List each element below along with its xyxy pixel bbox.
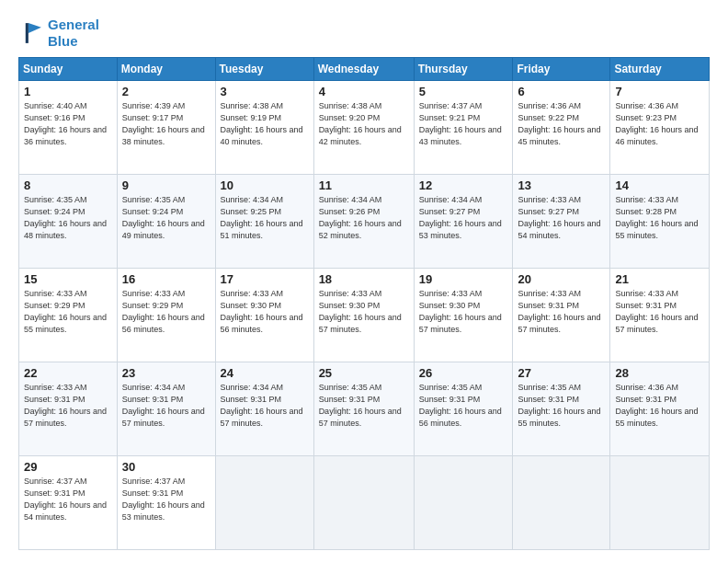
logo-icon [18,20,44,46]
day-detail: Sunrise: 4:36 AM Sunset: 9:31 PM Dayligh… [615,382,704,430]
day-detail: Sunrise: 4:35 AM Sunset: 9:31 PM Dayligh… [518,382,605,430]
day-number: 28 [615,366,704,380]
day-number: 22 [24,366,112,380]
calendar-cell: 28 Sunrise: 4:36 AM Sunset: 9:31 PM Dayl… [610,362,710,456]
calendar-cell: 8 Sunrise: 4:35 AM Sunset: 9:24 PM Dayli… [19,175,118,269]
day-detail: Sunrise: 4:37 AM Sunset: 9:21 PM Dayligh… [419,100,508,148]
calendar-cell: 23 Sunrise: 4:34 AM Sunset: 9:31 PM Dayl… [117,362,215,456]
day-number: 2 [122,85,210,98]
logo-text: General Blue [48,17,99,50]
calendar-cell: 16 Sunrise: 4:33 AM Sunset: 9:29 PM Dayl… [117,269,215,362]
weekday-header-thursday: Thursday [414,58,513,81]
day-detail: Sunrise: 4:33 AM Sunset: 9:31 PM Dayligh… [615,288,704,336]
day-detail: Sunrise: 4:38 AM Sunset: 9:19 PM Dayligh… [221,100,309,148]
calendar-cell: 7 Sunrise: 4:36 AM Sunset: 9:23 PM Dayli… [610,81,710,175]
calendar-cell: 27 Sunrise: 4:35 AM Sunset: 9:31 PM Dayl… [513,362,610,456]
day-detail: Sunrise: 4:35 AM Sunset: 9:31 PM Dayligh… [319,382,409,430]
day-number: 19 [419,272,508,286]
calendar-cell: 1 Sunrise: 4:40 AM Sunset: 9:16 PM Dayli… [19,81,118,175]
calendar-week-row: 15 Sunrise: 4:33 AM Sunset: 9:29 PM Dayl… [19,269,710,362]
calendar-cell: 20 Sunrise: 4:33 AM Sunset: 9:31 PM Dayl… [513,269,610,362]
calendar-cell: 30 Sunrise: 4:37 AM Sunset: 9:31 PM Dayl… [117,456,215,550]
day-number: 26 [419,366,508,380]
day-number: 10 [221,178,309,192]
day-detail: Sunrise: 4:35 AM Sunset: 9:24 PM Dayligh… [24,194,112,242]
day-number: 20 [518,272,605,286]
day-detail: Sunrise: 4:34 AM Sunset: 9:26 PM Dayligh… [319,194,409,242]
calendar-cell: 17 Sunrise: 4:33 AM Sunset: 9:30 PM Dayl… [215,269,313,362]
day-detail: Sunrise: 4:35 AM Sunset: 9:31 PM Dayligh… [419,382,508,430]
calendar-cell: 21 Sunrise: 4:33 AM Sunset: 9:31 PM Dayl… [610,269,710,362]
calendar-cell: 2 Sunrise: 4:39 AM Sunset: 9:17 PM Dayli… [117,81,215,175]
day-detail: Sunrise: 4:33 AM Sunset: 9:30 PM Dayligh… [419,288,508,336]
weekday-header-monday: Monday [117,58,215,81]
day-number: 5 [419,85,508,98]
calendar-cell: 29 Sunrise: 4:37 AM Sunset: 9:31 PM Dayl… [19,456,118,550]
page: General Blue SundayMondayTuesdayWednesda… [0,0,728,563]
calendar-cell: 12 Sunrise: 4:34 AM Sunset: 9:27 PM Dayl… [414,175,513,269]
calendar-cell [610,456,710,550]
day-detail: Sunrise: 4:40 AM Sunset: 9:16 PM Dayligh… [24,100,112,148]
calendar-cell: 18 Sunrise: 4:33 AM Sunset: 9:30 PM Dayl… [313,269,414,362]
weekday-header-wednesday: Wednesday [313,58,414,81]
calendar-cell: 4 Sunrise: 4:38 AM Sunset: 9:20 PM Dayli… [313,81,414,175]
day-detail: Sunrise: 4:33 AM Sunset: 9:31 PM Dayligh… [24,382,112,430]
day-number: 3 [221,85,309,98]
day-number: 9 [122,178,210,192]
calendar-cell: 10 Sunrise: 4:34 AM Sunset: 9:25 PM Dayl… [215,175,313,269]
header: General Blue [18,17,710,50]
calendar-table: SundayMondayTuesdayWednesdayThursdayFrid… [18,57,710,550]
day-number: 30 [122,460,210,474]
day-detail: Sunrise: 4:33 AM Sunset: 9:30 PM Dayligh… [221,288,309,336]
weekday-header-saturday: Saturday [610,58,710,81]
calendar-header-row: SundayMondayTuesdayWednesdayThursdayFrid… [19,58,710,81]
calendar-cell: 13 Sunrise: 4:33 AM Sunset: 9:27 PM Dayl… [513,175,610,269]
weekday-header-friday: Friday [513,58,610,81]
day-detail: Sunrise: 4:38 AM Sunset: 9:20 PM Dayligh… [319,100,409,148]
day-number: 11 [319,178,409,192]
calendar-cell: 5 Sunrise: 4:37 AM Sunset: 9:21 PM Dayli… [414,81,513,175]
day-detail: Sunrise: 4:35 AM Sunset: 9:24 PM Dayligh… [122,194,210,242]
day-detail: Sunrise: 4:33 AM Sunset: 9:29 PM Dayligh… [122,288,210,336]
calendar-cell: 11 Sunrise: 4:34 AM Sunset: 9:26 PM Dayl… [313,175,414,269]
day-number: 12 [419,178,508,192]
day-number: 24 [221,366,309,380]
day-number: 18 [319,272,409,286]
day-detail: Sunrise: 4:37 AM Sunset: 9:31 PM Dayligh… [24,476,112,523]
day-detail: Sunrise: 4:33 AM Sunset: 9:30 PM Dayligh… [319,288,409,336]
day-detail: Sunrise: 4:33 AM Sunset: 9:27 PM Dayligh… [518,194,605,242]
day-number: 7 [615,85,704,98]
day-number: 1 [24,85,112,98]
svg-marker-0 [28,23,41,33]
day-detail: Sunrise: 4:33 AM Sunset: 9:29 PM Dayligh… [24,288,112,336]
calendar-cell [313,456,414,550]
calendar-cell: 6 Sunrise: 4:36 AM Sunset: 9:22 PM Dayli… [513,81,610,175]
day-number: 8 [24,178,112,192]
day-detail: Sunrise: 4:36 AM Sunset: 9:23 PM Dayligh… [615,100,704,148]
day-number: 6 [518,85,605,98]
svg-rect-1 [26,23,28,43]
day-detail: Sunrise: 4:39 AM Sunset: 9:17 PM Dayligh… [122,100,210,148]
day-number: 21 [615,272,704,286]
calendar-week-row: 8 Sunrise: 4:35 AM Sunset: 9:24 PM Dayli… [19,175,710,269]
calendar-cell: 22 Sunrise: 4:33 AM Sunset: 9:31 PM Dayl… [19,362,118,456]
day-number: 14 [615,178,704,192]
day-detail: Sunrise: 4:34 AM Sunset: 9:31 PM Dayligh… [122,382,210,430]
day-detail: Sunrise: 4:36 AM Sunset: 9:22 PM Dayligh… [518,100,605,148]
day-number: 17 [221,272,309,286]
logo: General Blue [18,17,99,50]
calendar-cell [513,456,610,550]
calendar-cell: 15 Sunrise: 4:33 AM Sunset: 9:29 PM Dayl… [19,269,118,362]
day-number: 16 [122,272,210,286]
calendar-cell: 19 Sunrise: 4:33 AM Sunset: 9:30 PM Dayl… [414,269,513,362]
weekday-header-sunday: Sunday [19,58,118,81]
calendar-cell: 3 Sunrise: 4:38 AM Sunset: 9:19 PM Dayli… [215,81,313,175]
day-detail: Sunrise: 4:33 AM Sunset: 9:31 PM Dayligh… [518,288,605,336]
day-number: 23 [122,366,210,380]
calendar-cell: 14 Sunrise: 4:33 AM Sunset: 9:28 PM Dayl… [610,175,710,269]
calendar-cell: 25 Sunrise: 4:35 AM Sunset: 9:31 PM Dayl… [313,362,414,456]
calendar-week-row: 1 Sunrise: 4:40 AM Sunset: 9:16 PM Dayli… [19,81,710,175]
calendar-week-row: 29 Sunrise: 4:37 AM Sunset: 9:31 PM Dayl… [19,456,710,550]
calendar-cell: 26 Sunrise: 4:35 AM Sunset: 9:31 PM Dayl… [414,362,513,456]
day-detail: Sunrise: 4:34 AM Sunset: 9:25 PM Dayligh… [221,194,309,242]
